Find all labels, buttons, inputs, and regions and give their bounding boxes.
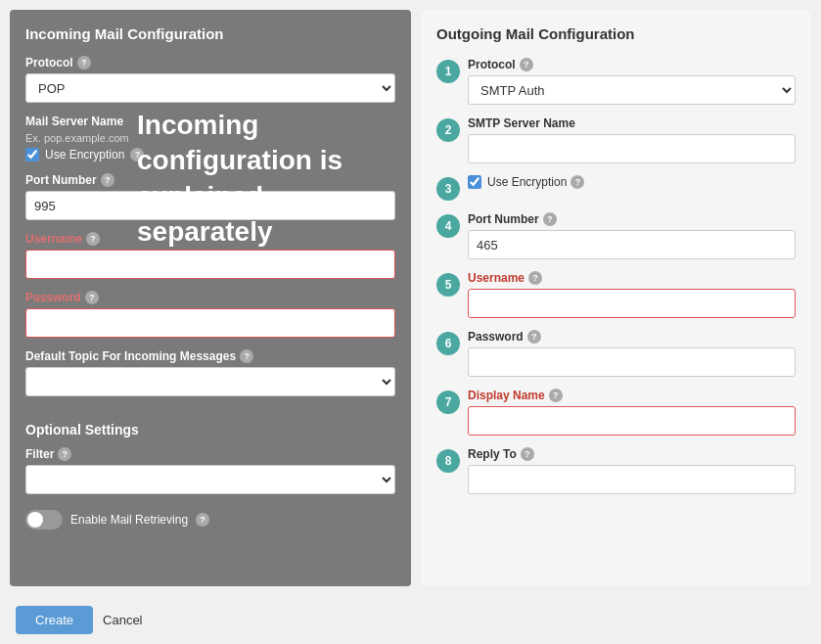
step-2-group: SMTP Server Name bbox=[468, 116, 796, 163]
step-5-row: 5 Username ? bbox=[436, 271, 796, 318]
bottom-bar: Create Cancel bbox=[0, 596, 821, 644]
step-5-group: Username ? bbox=[468, 271, 796, 318]
use-encryption-label: Use Encryption bbox=[45, 148, 124, 161]
password-outgoing-input[interactable] bbox=[468, 347, 796, 377]
username-input[interactable] bbox=[25, 250, 395, 279]
step-2-row: 2 SMTP Server Name bbox=[436, 116, 796, 163]
step-7-label: Display Name ? bbox=[468, 389, 796, 402]
port-outgoing-input[interactable] bbox=[468, 230, 796, 259]
protocol-select[interactable]: POP IMAP bbox=[25, 73, 395, 103]
step-5-help-icon[interactable]: ? bbox=[528, 271, 542, 285]
step-5-label: Username ? bbox=[468, 271, 796, 285]
step-4-group: Port Number ? bbox=[468, 212, 796, 259]
topic-help-icon[interactable]: ? bbox=[240, 349, 253, 363]
step-1-badge: 1 bbox=[436, 60, 460, 83]
step-4-help-icon[interactable]: ? bbox=[543, 212, 557, 226]
port-help-icon[interactable]: ? bbox=[101, 173, 114, 187]
outgoing-title: Outgoing Mail Configuration bbox=[436, 25, 796, 42]
cancel-button[interactable]: Cancel bbox=[103, 613, 142, 627]
smtp-server-input[interactable] bbox=[468, 134, 796, 163]
step-7-row: 7 Display Name ? bbox=[436, 389, 796, 436]
use-encryption-row: Use Encryption ? bbox=[25, 148, 395, 161]
step-6-help-icon[interactable]: ? bbox=[527, 330, 541, 344]
step-6-group: Password ? bbox=[468, 330, 796, 377]
filter-select[interactable] bbox=[25, 465, 395, 494]
mail-server-label: Mail Server Name bbox=[25, 115, 395, 128]
optional-title: Optional Settings bbox=[25, 422, 395, 437]
outgoing-encryption-row: Use Encryption ? bbox=[468, 175, 796, 189]
reply-to-input[interactable] bbox=[468, 465, 796, 494]
protocol-help-icon[interactable]: ? bbox=[77, 56, 91, 69]
step-7-group: Display Name ? bbox=[468, 389, 796, 436]
outgoing-mail-panel: Outgoing Mail Configuration 1 Protocol ?… bbox=[421, 10, 811, 586]
step-5-badge: 5 bbox=[436, 273, 460, 297]
step-1-help-icon[interactable]: ? bbox=[520, 58, 533, 71]
step-6-badge: 6 bbox=[436, 332, 460, 355]
step-4-badge: 4 bbox=[436, 214, 460, 238]
protocol-label: Protocol ? bbox=[25, 56, 395, 69]
step-6-label: Password ? bbox=[468, 330, 796, 344]
step-8-row: 8 Reply To ? bbox=[436, 447, 796, 494]
step-6-row: 6 Password ? bbox=[436, 330, 796, 377]
topic-label: Default Topic For Incoming Messages ? bbox=[25, 349, 395, 363]
username-outgoing-input[interactable] bbox=[468, 289, 796, 318]
outgoing-encryption-checkbox[interactable] bbox=[468, 175, 481, 189]
enable-mail-label: Enable Mail Retrieving bbox=[70, 513, 188, 527]
password-label: Password ? bbox=[25, 291, 395, 304]
step-7-help-icon[interactable]: ? bbox=[549, 389, 563, 402]
password-help-icon[interactable]: ? bbox=[85, 291, 99, 304]
step-8-group: Reply To ? bbox=[468, 447, 796, 494]
step-8-badge: 8 bbox=[436, 449, 460, 473]
step-1-group: Protocol ? SMTP Auth SMTP SendMail bbox=[468, 58, 796, 105]
username-label: Username ? bbox=[25, 232, 395, 246]
step-3-group: Use Encryption ? bbox=[468, 175, 796, 189]
step-3-row: 3 Use Encryption ? bbox=[436, 175, 796, 201]
password-input[interactable] bbox=[25, 308, 395, 338]
step-1-label: Protocol ? bbox=[468, 58, 796, 71]
step-8-help-icon[interactable]: ? bbox=[521, 447, 534, 461]
step-2-label: SMTP Server Name bbox=[468, 116, 796, 130]
step-1-row: 1 Protocol ? SMTP Auth SMTP SendMail bbox=[436, 58, 796, 105]
port-label: Port Number ? bbox=[25, 173, 395, 187]
username-help-icon[interactable]: ? bbox=[86, 232, 100, 246]
use-encryption-checkbox[interactable] bbox=[25, 148, 39, 161]
step-8-label: Reply To ? bbox=[468, 447, 796, 461]
outgoing-encryption-label: Use Encryption ? bbox=[487, 175, 584, 189]
topic-select[interactable] bbox=[25, 367, 395, 396]
incoming-title: Incoming Mail Configuration bbox=[25, 25, 395, 42]
incoming-mail-panel: Incoming Mail Configuration Protocol ? P… bbox=[10, 10, 411, 586]
encryption-help-icon[interactable]: ? bbox=[130, 148, 144, 161]
outgoing-encryption-help-icon[interactable]: ? bbox=[570, 175, 584, 189]
enable-mail-row: Enable Mail Retrieving ? bbox=[25, 510, 395, 529]
step-3-badge: 3 bbox=[436, 177, 460, 201]
filter-help-icon[interactable]: ? bbox=[58, 447, 71, 461]
port-input[interactable] bbox=[25, 191, 395, 220]
protocol-outgoing-select[interactable]: SMTP Auth SMTP SendMail bbox=[468, 75, 796, 105]
step-2-badge: 2 bbox=[436, 118, 460, 142]
step-7-badge: 7 bbox=[436, 391, 460, 414]
enable-mail-toggle[interactable] bbox=[25, 510, 63, 529]
mail-server-hint: Ex. pop.example.com bbox=[25, 132, 395, 144]
step-4-row: 4 Port Number ? bbox=[436, 212, 796, 259]
filter-label: Filter ? bbox=[25, 447, 395, 461]
enable-mail-help-icon[interactable]: ? bbox=[196, 513, 209, 527]
display-name-input[interactable] bbox=[468, 406, 796, 436]
create-button[interactable]: Create bbox=[16, 606, 93, 634]
step-4-label: Port Number ? bbox=[468, 212, 796, 226]
